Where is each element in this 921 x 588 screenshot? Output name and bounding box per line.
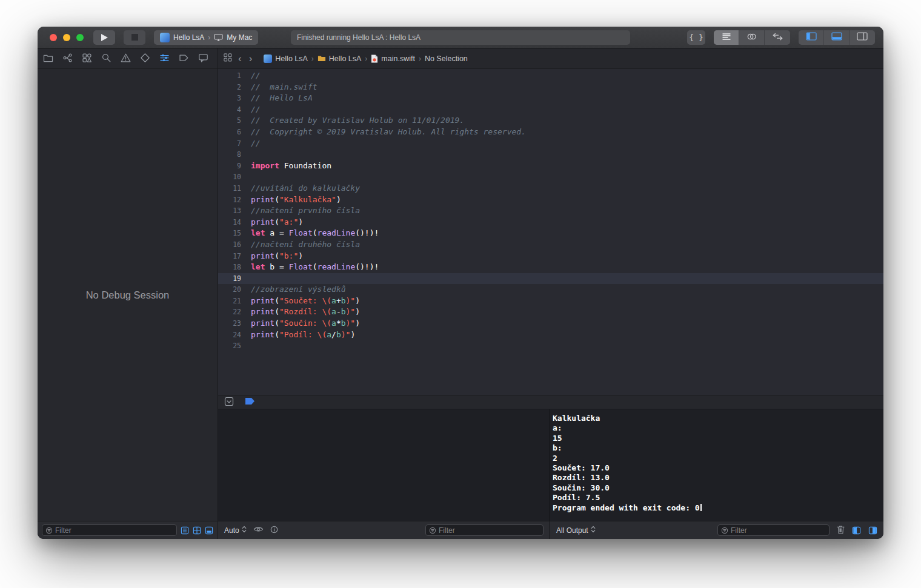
scheme-selector[interactable]: Hello LsA › My Mac bbox=[154, 30, 258, 45]
code-line-2[interactable]: 2// main.swift bbox=[218, 82, 883, 93]
breadcrumb-item[interactable]: Hello LsA bbox=[318, 55, 362, 63]
run-button[interactable] bbox=[93, 30, 115, 45]
tab-project-navigator[interactable] bbox=[43, 53, 53, 65]
code-line-24[interactable]: 24print("Podíl: \(a/b)") bbox=[218, 329, 883, 341]
show-variables-view-button[interactable] bbox=[852, 526, 861, 535]
line-number[interactable]: 13 bbox=[218, 205, 241, 217]
console-filter-input[interactable] bbox=[731, 526, 826, 535]
line-number[interactable]: 12 bbox=[218, 194, 241, 206]
toggle-navigator-button[interactable] bbox=[799, 30, 824, 45]
library-button[interactable]: { } bbox=[687, 30, 705, 45]
toolbar[interactable]: Hello LsA › My Mac Finished running Hell… bbox=[38, 27, 883, 48]
line-number[interactable]: 25 bbox=[218, 340, 241, 352]
code-line-17[interactable]: 17print("b:") bbox=[218, 251, 883, 262]
variables-view[interactable] bbox=[218, 409, 550, 521]
assistant-editor-button[interactable] bbox=[739, 30, 765, 45]
code-line-23[interactable]: 23print("Součin: \(a*b)") bbox=[218, 318, 883, 329]
tab-source-control-navigator[interactable] bbox=[62, 53, 73, 65]
clear-console-button[interactable] bbox=[837, 525, 845, 536]
breadcrumb-item[interactable]: Hello LsA bbox=[264, 55, 308, 63]
code-line-25[interactable]: 25 bbox=[218, 340, 883, 352]
line-number[interactable]: 4 bbox=[218, 104, 241, 116]
related-items-button[interactable] bbox=[223, 53, 233, 64]
code-line-5[interactable]: 5// Created by Vratislav Holub on 11/01/… bbox=[218, 115, 883, 127]
code-line-19[interactable]: 19 bbox=[218, 273, 883, 285]
code-line-11[interactable]: 11//uvítání do kalkulačky bbox=[218, 183, 883, 194]
tab-test-navigator[interactable] bbox=[140, 53, 150, 65]
line-number[interactable]: 8 bbox=[218, 149, 241, 160]
code-line-9[interactable]: 9import Foundation bbox=[218, 160, 883, 172]
quick-look-button[interactable] bbox=[253, 526, 264, 535]
debug-view-option-3-button[interactable] bbox=[205, 526, 213, 535]
code-line-4[interactable]: 4// bbox=[218, 104, 883, 116]
toggle-debug-area-button[interactable] bbox=[824, 30, 850, 45]
line-number[interactable]: 10 bbox=[218, 171, 241, 183]
tab-symbol-navigator[interactable] bbox=[82, 53, 92, 65]
line-number[interactable]: 16 bbox=[218, 239, 241, 251]
code-line-21[interactable]: 21print("Součet: \(a+b)") bbox=[218, 296, 883, 307]
code-line-8[interactable]: 8 bbox=[218, 149, 883, 160]
close-button[interactable] bbox=[50, 34, 57, 41]
line-number[interactable]: 20 bbox=[218, 284, 241, 296]
code-line-6[interactable]: 6// Copyright © 2019 Vratislav Holub. Al… bbox=[218, 127, 883, 138]
console-scope-popup[interactable]: All Output bbox=[556, 526, 596, 535]
debug-view-option-1-button[interactable] bbox=[181, 526, 189, 535]
line-number[interactable]: 24 bbox=[218, 329, 241, 341]
code-line-12[interactable]: 12print("Kalkulačka") bbox=[218, 194, 883, 206]
show-console-button[interactable] bbox=[868, 526, 877, 535]
line-number[interactable]: 15 bbox=[218, 228, 241, 239]
line-number[interactable]: 11 bbox=[218, 183, 241, 194]
hide-debug-area-button[interactable] bbox=[224, 397, 234, 408]
line-number[interactable]: 6 bbox=[218, 127, 241, 138]
code-text: //zobrazení výsledků bbox=[251, 284, 346, 296]
line-number[interactable]: 1 bbox=[218, 70, 241, 82]
code-line-20[interactable]: 20//zobrazení výsledků bbox=[218, 284, 883, 296]
line-number[interactable]: 21 bbox=[218, 296, 241, 307]
line-number[interactable]: 5 bbox=[218, 115, 241, 127]
code-editor[interactable]: 1//2// main.swift3// Hello LsA4//5// Cre… bbox=[218, 69, 883, 395]
line-number[interactable]: 14 bbox=[218, 217, 241, 228]
code-line-3[interactable]: 3// Hello LsA bbox=[218, 93, 883, 104]
tab-debug-navigator[interactable] bbox=[159, 53, 170, 65]
line-number[interactable]: 9 bbox=[218, 160, 241, 172]
code-line-22[interactable]: 22print("Rozdíl: \(a-b)") bbox=[218, 306, 883, 318]
code-line-18[interactable]: 18let b = Float(readLine()!)! bbox=[218, 262, 883, 273]
code-line-10[interactable]: 10 bbox=[218, 171, 883, 183]
stop-button[interactable] bbox=[124, 30, 145, 45]
line-number[interactable]: 22 bbox=[218, 306, 241, 318]
console-output[interactable]: Kalkulačkaa:15b:2Součet: 17.0Rozdíl: 13.… bbox=[550, 409, 883, 521]
line-number[interactable]: 19 bbox=[218, 273, 241, 285]
breadcrumb-item[interactable]: main.swift bbox=[371, 55, 415, 63]
breakpoints-toggle-button[interactable] bbox=[245, 397, 255, 407]
line-number[interactable]: 18 bbox=[218, 262, 241, 273]
variables-view-bar: Auto bbox=[218, 521, 550, 539]
code-line-16[interactable]: 16//načtení druhého čísla bbox=[218, 239, 883, 251]
line-number[interactable]: 17 bbox=[218, 251, 241, 262]
code-line-7[interactable]: 7// bbox=[218, 138, 883, 150]
line-number[interactable]: 7 bbox=[218, 138, 241, 150]
code-line-1[interactable]: 1// bbox=[218, 70, 883, 82]
info-button[interactable] bbox=[270, 526, 278, 535]
variables-filter-input[interactable] bbox=[439, 526, 540, 535]
breadcrumb-item[interactable]: No Selection bbox=[425, 55, 468, 63]
forward-button[interactable]: › bbox=[247, 53, 254, 64]
zoom-button[interactable] bbox=[76, 34, 84, 41]
line-number[interactable]: 2 bbox=[218, 82, 241, 93]
code-line-15[interactable]: 15let a = Float(readLine()!)! bbox=[218, 228, 883, 239]
minimize-button[interactable] bbox=[63, 34, 70, 41]
tab-report-navigator[interactable] bbox=[198, 53, 208, 65]
tab-issue-navigator[interactable] bbox=[121, 53, 131, 65]
version-editor-button[interactable] bbox=[765, 30, 790, 45]
code-line-14[interactable]: 14print("a:") bbox=[218, 217, 883, 228]
debug-view-option-2-button[interactable] bbox=[193, 526, 201, 535]
toggle-inspector-button[interactable] bbox=[850, 30, 875, 45]
back-button[interactable]: ‹ bbox=[236, 53, 244, 64]
standard-editor-button[interactable] bbox=[714, 30, 739, 45]
variables-scope-popup[interactable]: Auto bbox=[224, 526, 247, 535]
tab-breakpoint-navigator[interactable] bbox=[179, 53, 189, 65]
line-number[interactable]: 23 bbox=[218, 318, 241, 329]
tab-find-navigator[interactable] bbox=[101, 53, 111, 65]
line-number[interactable]: 3 bbox=[218, 93, 241, 104]
navigator-filter-input[interactable] bbox=[55, 526, 173, 535]
code-line-13[interactable]: 13//načtení prvního čísla bbox=[218, 205, 883, 217]
